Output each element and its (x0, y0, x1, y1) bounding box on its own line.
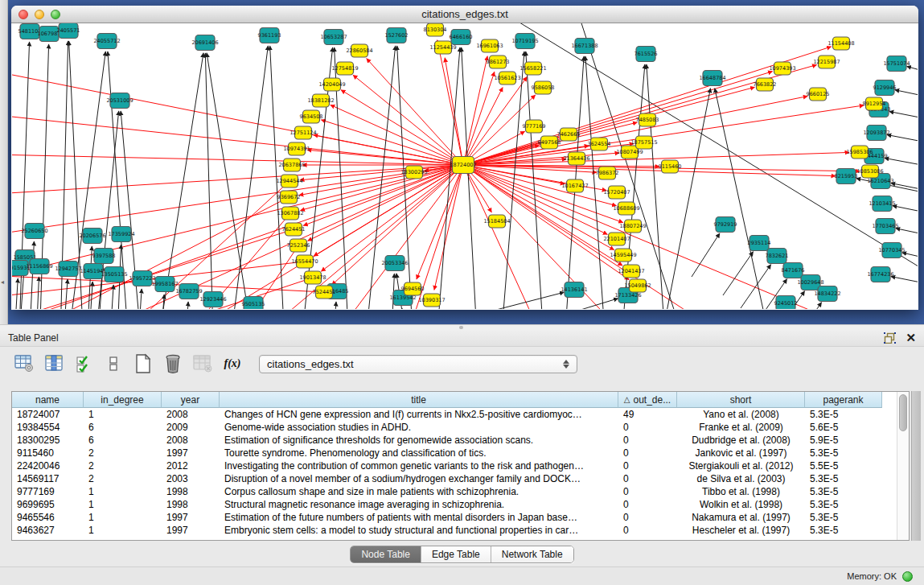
table-cell[interactable]: Investigating the contribution of common… (220, 459, 618, 472)
table-cell[interactable]: 5.3E-5 (805, 524, 882, 537)
table-cell[interactable]: 6 (84, 434, 162, 447)
graph-node[interactable]: 20691406 (191, 35, 218, 51)
table-cell[interactable]: 5.3E-5 (805, 472, 882, 485)
table-cell[interactable]: Hescheler et al. (1997) (677, 524, 805, 537)
table-cell[interactable]: Franke et al. (2009) (677, 421, 805, 434)
table-cell[interactable]: 5.3E-5 (805, 408, 882, 421)
graph-node[interactable]: 14204049 (318, 78, 345, 91)
table-row[interactable]: 1830029562008Estimation of significance … (12, 434, 882, 447)
table-cell[interactable]: 0 (618, 421, 677, 434)
graph-node[interactable]: 1527602 (385, 28, 409, 43)
table-cell[interactable]: 1997 (162, 447, 220, 459)
graph-node[interactable]: 22860584 (346, 44, 372, 57)
tab-network-table[interactable]: Network Table (491, 546, 573, 562)
graph-node[interactable]: 7462665 (557, 128, 581, 141)
graph-node[interactable]: 8471676 (782, 263, 805, 278)
table-cell[interactable]: 19384554 (12, 421, 84, 434)
graph-node[interactable]: 6466160 (450, 30, 473, 45)
graph-node[interactable]: 7832621 (766, 249, 789, 264)
graph-node[interactable]: 8912954 (863, 97, 886, 110)
graph-node[interactable]: 2405571 (57, 23, 80, 39)
graph-node[interactable]: 3624554 (588, 138, 611, 150)
table-cell[interactable]: 1 (84, 498, 162, 511)
table-cell[interactable]: 5.6E-5 (805, 421, 882, 434)
table-cell[interactable]: 0 (618, 498, 677, 511)
table-scrollbar[interactable] (897, 392, 909, 540)
table-cell[interactable]: 1 (84, 511, 162, 524)
table-cell[interactable]: 2008 (162, 434, 220, 447)
graph-node[interactable]: 12751124 (290, 126, 316, 139)
table-cell[interactable]: Nakamura et al. (1997) (677, 511, 805, 524)
table-cell[interactable]: 1 (84, 524, 162, 537)
graph-node[interactable]: 24055712 (93, 34, 120, 49)
graph-node[interactable]: 8215953 (835, 169, 858, 184)
column-header-year[interactable]: year (162, 392, 220, 408)
graph-node[interactable]: 19013478 (299, 271, 326, 284)
table-cell[interactable]: 9777169 (12, 485, 84, 498)
table-cell[interactable]: Dudbridge et al. (2008) (677, 434, 805, 447)
graph-node[interactable]: 16961063 (476, 39, 503, 52)
graph-node[interactable]: 9634508 (300, 110, 323, 123)
table-cell[interactable]: 0 (618, 434, 677, 447)
table-cell[interactable]: 9463627 (12, 524, 84, 537)
network-canvas[interactable]: 5481103106798724055712405571220691406936… (12, 23, 918, 309)
graph-node[interactable]: 9115460 (659, 160, 682, 173)
panel-collapse-arrow-icon[interactable]: ◂ (1, 278, 4, 286)
graph-node[interactable]: 15184504 (483, 215, 510, 228)
table-cell[interactable]: Embryonic stem cells: a model to study s… (220, 524, 618, 537)
table-cell[interactable]: 0 (618, 447, 677, 459)
graph-node[interactable]: 8130304 (424, 23, 447, 36)
graph-node[interactable]: 12103415 (869, 196, 895, 212)
graph-node[interactable]: 9777169 (523, 120, 546, 133)
select-all-icon[interactable] (72, 353, 95, 374)
close-window-button[interactable] (18, 10, 28, 19)
table-cell[interactable]: 9115460 (12, 447, 84, 459)
table-cell[interactable]: 1997 (162, 511, 220, 524)
graph-node[interactable]: 9660125 (807, 88, 830, 101)
table-cell[interactable]: 6 (84, 421, 162, 434)
table-cell[interactable]: Estimation of significance thresholds fo… (220, 434, 618, 447)
graph-node[interactable]: 9361193 (258, 28, 281, 43)
table-cell[interactable]: Stergiakouli et al. (2012) (677, 459, 805, 472)
table-cell[interactable]: 1 (84, 485, 162, 498)
zoom-window-button[interactable] (51, 10, 60, 19)
table-cell[interactable]: 18300295 (12, 434, 84, 447)
table-cell[interactable]: Disruption of a novel member of a sodium… (220, 472, 618, 485)
close-panel-icon[interactable]: ✕ (906, 332, 916, 344)
graph-node[interactable]: 10719195 (511, 34, 538, 49)
graph-node[interactable]: 12041437 (618, 265, 644, 278)
table-row[interactable]: 1456911722003Disruption of a novel membe… (12, 472, 882, 485)
graph-node[interactable]: 12093872 (863, 126, 889, 141)
table-cell[interactable]: 1997 (162, 524, 220, 537)
graph-node[interactable]: 7986372 (596, 167, 619, 179)
table-row[interactable]: 946554611997Estimation of the future num… (12, 511, 882, 524)
function-builder-icon[interactable]: f(x) (221, 353, 244, 374)
graph-node[interactable]: 21364436 (563, 152, 589, 165)
table-cell[interactable]: de Silva et al. (2003) (677, 472, 805, 485)
minimize-window-button[interactable] (35, 10, 44, 19)
table-cell[interactable]: 5.3E-5 (805, 511, 882, 524)
table-cell[interactable]: 2 (84, 472, 162, 485)
graph-node[interactable]: 7252346 (287, 239, 310, 252)
table-cell[interactable]: 22420046 (12, 459, 84, 472)
graph-node[interactable]: 9586058 (532, 81, 555, 94)
graph-node[interactable]: 12215987 (813, 56, 840, 68)
new-table-icon[interactable] (132, 353, 154, 374)
table-row[interactable]: 1938455462009Genome-wide association stu… (12, 421, 882, 434)
graph-node[interactable]: 18807249 (619, 220, 646, 233)
graph-node[interactable]: 10974393 (769, 62, 795, 75)
table-cell[interactable]: 0 (618, 511, 677, 524)
table-row[interactable]: 946362711997Embryonic stem cells: a mode… (12, 524, 882, 537)
graph-node[interactable]: 14136141 (561, 282, 587, 298)
graph-node[interactable]: 17359924 (108, 227, 134, 242)
table-cell[interactable]: 0 (618, 472, 677, 485)
float-window-icon[interactable] (884, 332, 896, 344)
graph-node[interactable]: 9129946 (873, 80, 897, 96)
table-cell[interactable]: Genome-wide association studies in ADHD. (220, 421, 618, 434)
graph-node[interactable]: 9861273 (487, 56, 510, 68)
table-cell[interactable]: Corpus callosum shape and size in male p… (220, 485, 618, 498)
table-cell[interactable]: 49 (618, 408, 677, 421)
table-cell[interactable]: 14569117 (12, 472, 84, 485)
graph-node[interactable]: 11154408 (827, 37, 854, 50)
graph-node[interactable]: 10167427 (561, 179, 588, 192)
